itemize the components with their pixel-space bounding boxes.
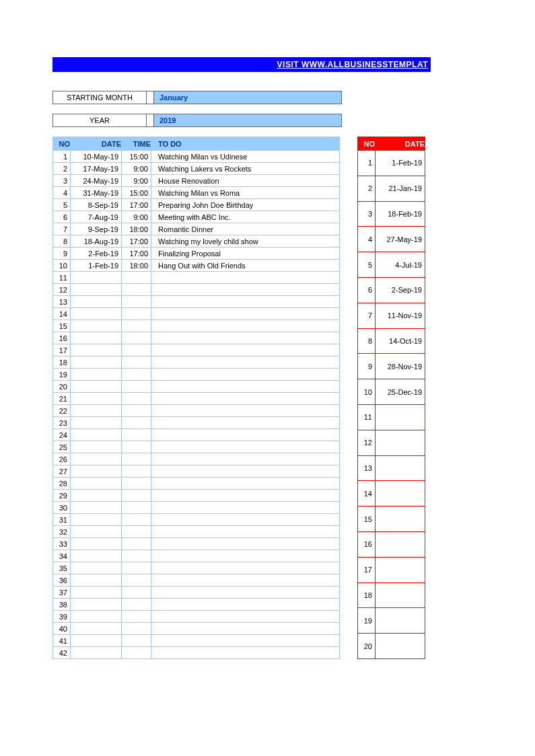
table-row[interactable]: 17 — [358, 557, 425, 582]
cell-time — [122, 550, 151, 562]
table-row[interactable]: 324-May-199:00House Renovation — [53, 175, 340, 187]
todo-header-time: TIME — [122, 137, 151, 151]
table-row[interactable]: 318-Feb-19 — [358, 201, 425, 227]
cell-date — [71, 405, 122, 417]
table-row[interactable]: 431-May-1915:00Watching Milan vs Roma — [53, 187, 340, 199]
starting-month-label: STARTING MONTH — [52, 91, 147, 104]
cell-time — [122, 514, 151, 526]
cell-time — [122, 465, 151, 478]
table-row[interactable]: 21 — [53, 393, 340, 405]
table-row[interactable]: 20 — [53, 381, 340, 393]
cell-time — [122, 562, 151, 574]
table-row[interactable]: 42 — [53, 647, 340, 659]
table-row[interactable]: 32 — [53, 526, 340, 538]
cell-no: 2 — [358, 176, 376, 201]
table-row[interactable]: 11 — [53, 272, 340, 284]
table-row[interactable]: 711-Nov-19 — [358, 303, 425, 328]
cell-time — [122, 611, 151, 623]
cell-no: 37 — [53, 587, 71, 599]
table-row[interactable]: 18 — [53, 356, 340, 369]
table-row[interactable]: 101-Feb-1918:00Hang Out with Old Friends — [53, 260, 340, 272]
table-row[interactable]: 15 — [53, 320, 340, 332]
table-row[interactable]: 29 — [53, 490, 340, 502]
table-row[interactable]: 33 — [53, 538, 340, 550]
table-row[interactable]: 28 — [53, 478, 340, 490]
table-row[interactable]: 19 — [358, 608, 425, 634]
cell-date — [376, 481, 425, 506]
cell-time — [122, 538, 151, 550]
table-row[interactable]: 92-Feb-1917:00Finalizing Proposal — [53, 248, 340, 260]
table-row[interactable]: 217-May-199:00Watching Lakers vs Rockets — [53, 163, 340, 175]
cell-no: 32 — [53, 526, 71, 538]
table-row[interactable]: 11 — [358, 404, 425, 430]
table-row[interactable]: 23 — [53, 417, 340, 429]
table-row[interactable]: 30 — [53, 502, 340, 514]
table-row[interactable]: 14 — [53, 308, 340, 320]
cell-date — [71, 562, 122, 574]
table-row[interactable]: 12 — [53, 284, 340, 296]
table-row[interactable]: 818-Aug-1917:00Watching my lovely child … — [53, 235, 340, 248]
cell-date: 21-Jan-19 — [376, 176, 425, 201]
table-row[interactable]: 1025-Dec-19 — [358, 379, 425, 405]
table-row[interactable]: 40 — [53, 623, 340, 635]
table-row[interactable]: 24 — [53, 429, 340, 441]
table-row[interactable]: 34 — [53, 550, 340, 562]
cell-no: 17 — [53, 344, 71, 356]
table-row[interactable]: 19 — [53, 369, 340, 381]
table-row[interactable]: 36 — [53, 574, 340, 587]
table-row[interactable]: 58-Sep-1917:00Preparing John Doe Birthda… — [53, 199, 340, 211]
table-row[interactable]: 54-Jul-19 — [358, 252, 425, 278]
cell-time — [122, 441, 151, 453]
cell-no: 25 — [53, 441, 71, 453]
table-row[interactable]: 16 — [358, 531, 425, 557]
banner: VISIT WWW.ALLBUSINESSTEMPLAT — [52, 57, 431, 72]
cell-task: Hang Out with Old Friends — [151, 260, 340, 272]
table-row[interactable]: 79-Sep-1918:00Romantic Dinner — [53, 223, 340, 235]
table-row[interactable]: 12 — [358, 430, 425, 455]
cell-task: Preparing John Doe Birthday — [151, 199, 340, 211]
cell-task — [151, 320, 340, 332]
table-row[interactable]: 22 — [53, 405, 340, 417]
cell-time: 15:00 — [122, 151, 151, 163]
table-row[interactable]: 38 — [53, 599, 340, 611]
table-row[interactable]: 35 — [53, 562, 340, 574]
table-row[interactable]: 25 — [53, 441, 340, 453]
table-row[interactable]: 39 — [53, 611, 340, 623]
cell-no: 3 — [358, 201, 376, 227]
starting-month-value[interactable]: January — [153, 91, 342, 104]
table-row[interactable]: 427-May-19 — [358, 227, 425, 252]
cell-date — [71, 526, 122, 538]
table-row[interactable]: 26 — [53, 453, 340, 465]
table-row[interactable]: 18 — [358, 582, 425, 608]
table-row[interactable]: 13 — [358, 455, 425, 481]
cell-date: 1-Feb-19 — [71, 260, 122, 272]
table-row[interactable]: 62-Sep-19 — [358, 277, 425, 303]
year-value[interactable]: 2019 — [153, 114, 342, 126]
table-row[interactable]: 15 — [358, 506, 425, 532]
cell-time — [122, 526, 151, 538]
cell-task — [151, 599, 340, 611]
cell-date: 14-Oct-19 — [376, 328, 425, 354]
banner-link[interactable]: VISIT WWW.ALLBUSINESSTEMPLAT — [277, 60, 428, 69]
table-row[interactable]: 110-May-1915:00Watching Milan vs Udinese — [53, 151, 340, 163]
table-row[interactable]: 11-Feb-19 — [358, 151, 425, 176]
cell-no: 16 — [358, 531, 376, 557]
table-row[interactable]: 814-Oct-19 — [358, 328, 425, 354]
table-row[interactable]: 27 — [53, 465, 340, 478]
table-row[interactable]: 37 — [53, 587, 340, 599]
table-row[interactable]: 67-Aug-199:00Meeting with ABC Inc. — [53, 211, 340, 223]
table-row[interactable]: 20 — [358, 634, 425, 659]
table-row[interactable]: 16 — [53, 332, 340, 344]
table-row[interactable]: 14 — [358, 481, 425, 506]
table-row[interactable]: 221-Jan-19 — [358, 176, 425, 201]
table-row[interactable]: 17 — [53, 344, 340, 356]
cell-date — [376, 557, 425, 582]
table-row[interactable]: 41 — [53, 635, 340, 647]
table-row[interactable]: 31 — [53, 514, 340, 526]
table-row[interactable]: 928-Nov-19 — [358, 354, 425, 379]
cell-task: Watching Lakers vs Rockets — [151, 163, 340, 175]
cell-task — [151, 369, 340, 381]
table-row[interactable]: 13 — [53, 296, 340, 308]
todo-header-no: NO — [53, 137, 71, 151]
cell-time — [122, 284, 151, 296]
